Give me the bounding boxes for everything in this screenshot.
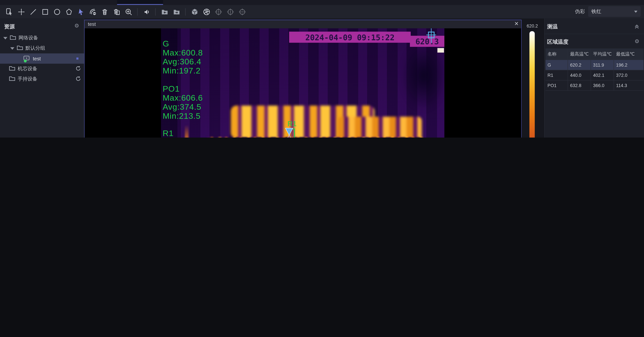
tree-item-label: 默认分组 <box>26 45 45 52</box>
colorbar-max-label: 620.2 <box>522 24 542 28</box>
colorbar-gradient <box>530 31 535 138</box>
sidebar-item-default-group[interactable]: 默认分组 <box>0 43 84 53</box>
sidebar-title: 资源 <box>4 23 15 30</box>
active-tab-indicator[interactable] <box>117 0 163 5</box>
toolbar-divider <box>155 8 156 16</box>
zoom-in-tool-icon[interactable] <box>124 8 133 16</box>
thermal-annotations <box>161 28 444 138</box>
max-marker-triangle[interactable] <box>286 128 293 135</box>
device-badge <box>76 58 78 60</box>
close-icon[interactable]: ✕ <box>514 20 519 27</box>
gear-icon[interactable]: ⚙ <box>74 23 79 28</box>
region-r1-stats: R1 Max:503.8 Avg:365.8 Min:336.6 <box>163 129 203 138</box>
device-camera-icon <box>24 55 30 62</box>
table-row[interactable]: PO1 632.8 366.0 114.3 <box>546 80 644 91</box>
region-temp-section-title: 区域温度 <box>547 38 568 46</box>
col-header-name: 名称 <box>546 48 568 60</box>
audio-tool-icon[interactable] <box>142 8 150 16</box>
select-tool-icon[interactable] <box>5 8 14 16</box>
curve-clear-tool-icon[interactable] <box>88 8 97 16</box>
toolbar-divider <box>137 8 138 16</box>
thermal-app: 伪彩 铁红 资源 ⚙ 网络设备 默认分组 test <box>0 0 644 138</box>
toolbar-divider <box>185 8 186 16</box>
polygon-tool-icon[interactable] <box>64 8 73 16</box>
col-header-max: 最高温℃ <box>568 48 591 60</box>
aperture-tool-icon[interactable] <box>202 8 211 16</box>
osd-timestamp: 2024-04-09 09:15:22 <box>289 32 411 43</box>
video-content[interactable]: G Max:600.8 Avg:306.4 Min:197.2 PO1 Max:… <box>84 28 521 138</box>
folder-icon <box>9 66 15 72</box>
sidebar-item-test-device[interactable]: test <box>0 53 84 64</box>
pseudo-color-value: 铁红 <box>592 8 602 15</box>
region-temp-table: 名称 最高温℃ 平均温℃ 最低温℃ G 620.2 311.9 196.2 R1… <box>546 48 644 91</box>
folder-icon <box>17 45 23 51</box>
max-spot-crosshair-icon[interactable] <box>426 28 437 44</box>
gear-icon[interactable]: ⚙ <box>634 38 640 44</box>
ellipse-tool-icon[interactable] <box>52 8 61 16</box>
sidebar-item-network-devices[interactable]: 网络设备 <box>0 33 84 43</box>
folder-icon <box>9 76 15 82</box>
tree-item-label: 网络设备 <box>18 34 38 42</box>
chevron-down-icon <box>634 10 638 12</box>
rectangle-tool-icon[interactable] <box>40 8 49 16</box>
video-window-titlebar[interactable]: test ✕ <box>84 20 521 28</box>
folder-icon <box>10 35 16 41</box>
col-header-min: 最低温℃ <box>614 48 644 60</box>
tree-item-label: test <box>33 56 41 62</box>
caret-down-icon[interactable] <box>3 37 8 39</box>
video-window: test ✕ <box>84 20 522 138</box>
import-tool-icon[interactable] <box>160 8 169 16</box>
r1-region-label: R1 <box>288 120 297 129</box>
delete-tool-icon[interactable] <box>100 8 109 16</box>
pseudo-color-label: 伪彩 <box>575 8 585 15</box>
table-row[interactable]: G 620.2 311.9 196.2 <box>546 60 644 70</box>
caret-down-icon[interactable] <box>10 47 14 50</box>
main-toolbar: 伪彩 铁红 <box>0 5 644 18</box>
delete-all-tool-icon[interactable] <box>112 8 121 16</box>
col-header-avg: 平均温℃ <box>591 48 614 60</box>
target-a-tool-icon[interactable] <box>214 8 222 16</box>
refresh-icon[interactable] <box>76 76 81 82</box>
cursor-tool-icon[interactable] <box>76 8 85 16</box>
sidebar-item-handheld-devices[interactable]: 手持设备 <box>0 74 84 84</box>
3d-view-tool-icon[interactable] <box>190 8 199 16</box>
section-divider <box>544 34 644 34</box>
top-tab-strip <box>0 0 644 5</box>
table-header-row: 名称 最高温℃ 平均温℃ 最低温℃ <box>546 48 644 60</box>
window-title: test <box>88 21 96 27</box>
thermal-image[interactable]: G Max:600.8 Avg:306.4 Min:197.2 PO1 Max:… <box>161 28 444 138</box>
sidebar-item-core-devices[interactable]: 机芯设备 <box>0 64 84 74</box>
table-row[interactable]: R1 440.0 402.1 372.0 <box>546 70 644 80</box>
collapse-up-icon[interactable] <box>634 24 640 31</box>
region-g-stats: G Max:600.8 Avg:306.4 Min:197.2 <box>163 39 203 75</box>
region-po1-stats: PO1 Max:606.6 Avg:374.5 Min:213.5 <box>163 84 203 120</box>
refresh-icon[interactable] <box>76 66 81 72</box>
measure-section-title: 测温 <box>547 23 558 30</box>
tree-item-label: 手持设备 <box>18 76 38 83</box>
target-b-tool-icon[interactable] <box>226 8 234 16</box>
pseudo-color-select[interactable]: 铁红 <box>588 6 641 17</box>
export-tool-icon[interactable] <box>172 8 180 16</box>
point-tool-icon[interactable] <box>17 8 25 16</box>
hot-spot-white-marker <box>438 48 444 53</box>
tree-item-label: 机芯设备 <box>18 65 38 72</box>
target-c-tool-icon[interactable] <box>238 8 246 16</box>
min-marker-triangle[interactable] <box>286 135 293 138</box>
resource-sidebar: 资源 ⚙ 网络设备 默认分组 test 机芯设备 <box>0 18 84 138</box>
line-tool-icon[interactable] <box>29 8 37 16</box>
measurement-panel: 测温 区域温度 ⚙ 名称 最高温℃ 平均温℃ 最低温℃ G 620.2 311.… <box>544 18 644 138</box>
